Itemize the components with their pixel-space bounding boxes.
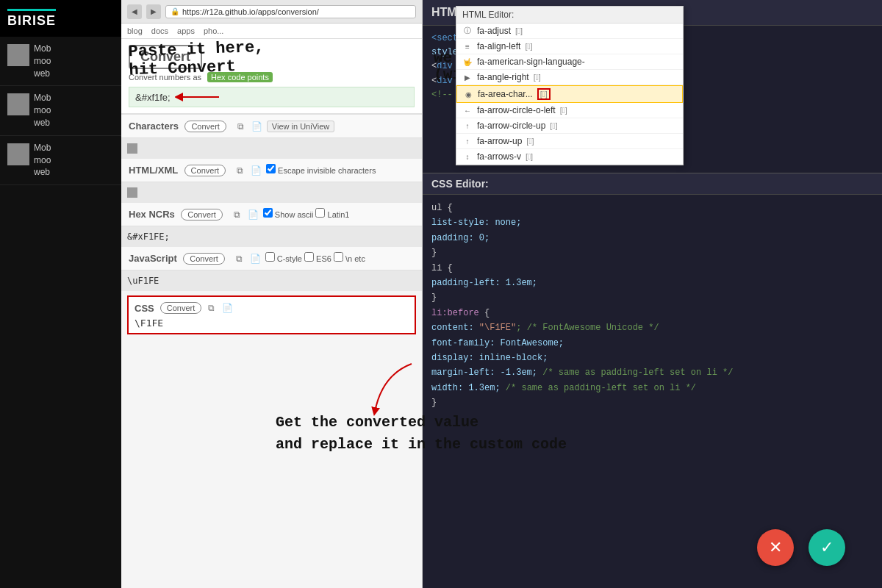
convert-options-row: Convert numbers as Hex code points: [129, 72, 415, 82]
dropdown-header: HTML Editor:: [456, 7, 683, 24]
css-copy-icon[interactable]: ⧉: [204, 301, 218, 315]
adjust-icon: ⓘ: [462, 26, 473, 36]
n-etc-checkbox[interactable]: [334, 252, 343, 262]
dropdown-item-name: fa-arrow-up: [477, 136, 522, 146]
html-xml-convert-btn[interactable]: Convert: [184, 165, 226, 176]
hex-show-ascii: Show ascii: [263, 210, 316, 219]
arrow-indicator: ←: [175, 90, 187, 104]
js-copy-icon[interactable]: ⧉: [232, 252, 245, 265]
sidebar-item-2[interactable]: Mobmooweb: [0, 86, 121, 135]
characters-title: Characters: [129, 121, 179, 132]
dropdown-item-fa-adjust[interactable]: ⓘ fa-adjust []: [456, 24, 683, 39]
html-grid-icon: [127, 187, 137, 198]
dropdown-item-code: []: [550, 121, 557, 130]
dropdown-item-name: fa-angle-right: [477, 72, 529, 82]
forward-button[interactable]: ▶: [146, 4, 161, 19]
nav-docs[interactable]: docs: [151, 26, 168, 35]
dropdown-item-fa-asl[interactable]: 🤟 fa-american-sign-language-: [456, 54, 683, 70]
view-in-uniview-btn[interactable]: View in UniView: [267, 121, 334, 132]
css-file-icon[interactable]: 📄: [220, 301, 234, 315]
javascript-value: \uF1FE: [127, 276, 159, 286]
js-n-etc: \n etc: [334, 254, 365, 263]
latin1-checkbox[interactable]: [315, 208, 325, 218]
asl-icon: 🤟: [462, 57, 473, 67]
file-icon[interactable]: 📄: [250, 120, 263, 133]
sidebar-header: BIRISE: [0, 0, 121, 37]
dropdown-item-code-highlighted: []: [537, 88, 551, 100]
javascript-section-header: JavaScript Convert ⧉ 📄 C-style ES6 \n et…: [121, 247, 422, 270]
sidebar-text-3: Mobmooweb: [34, 142, 51, 179]
characters-section-header: Characters Convert ⧉ 📄 View in UniView: [121, 115, 422, 138]
characters-content: [121, 138, 422, 159]
sidebar-text-1: Mobmooweb: [34, 43, 51, 79]
characters-convert-btn[interactable]: Convert: [184, 121, 226, 132]
back-button[interactable]: ◀: [127, 4, 142, 19]
nav-blog[interactable]: blog: [127, 26, 143, 35]
dropdown-item-fa-arrow-circle-up[interactable]: ↑ fa-arrow-circle-up []: [456, 118, 683, 134]
js-c-style: C-style: [265, 254, 304, 263]
browser-bar: ◀ ▶ 🔒 https://r12a.github.io/apps/conver…: [121, 0, 422, 24]
lock-icon: 🔒: [171, 7, 179, 15]
html-xml-title: HTML/XML: [129, 165, 178, 176]
html-copy-icon[interactable]: ⧉: [234, 164, 247, 177]
dropdown-item-code: []: [525, 42, 532, 51]
url-bar[interactable]: 🔒 https://r12a.github.io/apps/conversion…: [165, 5, 416, 18]
dropdown-item-fa-angle-right[interactable]: ▶ fa-angle-right []: [456, 70, 683, 85]
hex-copy-icon[interactable]: ⧉: [230, 208, 243, 221]
arrow-up-icon: ↑: [462, 136, 473, 146]
align-left-icon: ≡: [462, 41, 473, 51]
hex-ncrs-actions: ⧉ 📄: [230, 208, 259, 221]
convert-result-value: &#xf1fe;: [135, 92, 171, 103]
cancel-button[interactable]: ✕: [757, 529, 794, 566]
dropdown-item-fa-align-left[interactable]: ≡ fa-align-left []: [456, 39, 683, 54]
javascript-convert-btn[interactable]: Convert: [183, 253, 225, 265]
hex-ncrs-convert-btn[interactable]: Convert: [181, 209, 223, 220]
css-highlight-box: CSS Convert ⧉ 📄 \F1FE: [127, 295, 416, 334]
dropdown-item-fa-area-char[interactable]: ◉ fa-area-char... []: [456, 85, 683, 103]
sidebar-icon-3: [7, 143, 29, 165]
dropdown-overlay: HTML Editor: ⓘ fa-adjust [] ≡ fa-align-…: [456, 6, 684, 165]
nav-pho[interactable]: pho...: [204, 26, 224, 35]
dropdown-item-name: fa-adjust: [477, 26, 511, 36]
css-value: \F1FE: [135, 318, 409, 329]
arrow-circle-up-icon: ↑: [462, 121, 473, 131]
convert-button-main[interactable]: Convert: [129, 45, 202, 69]
css-section-header: CSS Convert ⧉ 📄: [135, 301, 409, 315]
dropdown-item-fa-arrow-circle-o-left[interactable]: ← fa-arrow-circle-o-left []: [456, 103, 683, 118]
dropdown-item-fa-arrows-v[interactable]: ↕ fa-arrows-v []: [456, 149, 683, 165]
escape-checkbox[interactable]: [266, 164, 276, 173]
html-xml-actions: ⧉ 📄: [234, 164, 263, 177]
dropdown-item-code: []: [534, 73, 541, 82]
hex-file-icon[interactable]: 📄: [246, 208, 259, 221]
sidebar-item-3[interactable]: Mobmooweb: [0, 136, 121, 185]
nav-apps[interactable]: apps: [177, 26, 195, 35]
copy-icon[interactable]: ⧉: [234, 120, 247, 133]
escape-option: Escape invisible characters: [266, 166, 376, 175]
url-text: https://r12a.github.io/apps/conversion/: [182, 7, 319, 16]
area-char-icon: ◉: [463, 89, 473, 99]
es6-checkbox[interactable]: [304, 252, 314, 262]
converter-panel: ◀ ▶ 🔒 https://r12a.github.io/apps/conver…: [121, 0, 423, 588]
css-convert-btn[interactable]: Convert: [160, 302, 202, 314]
hex-badge[interactable]: Hex code points: [207, 72, 273, 82]
sidebar: BIRISE Mobmooweb Mobmooweb Mobmooweb: [0, 0, 121, 588]
dropdown-item-code: []: [515, 26, 523, 35]
dropdown-item-name: fa-align-left: [477, 41, 520, 51]
html-file-icon[interactable]: 📄: [250, 164, 263, 177]
js-actions: ⧉ 📄: [232, 252, 262, 265]
hex-ncrs-title: Hex NCRs: [129, 209, 175, 220]
sidebar-item-1[interactable]: Mobmooweb: [0, 37, 121, 86]
c-style-checkbox[interactable]: [265, 252, 275, 262]
convert-numbers-label: Convert numbers as: [129, 73, 201, 82]
js-file-icon[interactable]: 📄: [248, 252, 262, 265]
arrows-v-icon: ↕: [462, 151, 473, 162]
dropdown-item-fa-arrow-up[interactable]: ↑ fa-arrow-up []: [456, 134, 683, 149]
show-ascii-checkbox[interactable]: [263, 208, 273, 218]
hex-ncrs-section-header: Hex NCRs Convert ⧉ 📄 Show ascii Latin1: [121, 203, 422, 226]
css-editor-content[interactable]: ul { list-style: none; padding: 0; } li …: [423, 195, 882, 452]
confirm-button[interactable]: ✓: [808, 529, 845, 566]
sidebar-text-2: Mobmooweb: [34, 92, 51, 129]
sidebar-icon-2: [7, 93, 29, 115]
dropdown-item-code: []: [526, 152, 533, 161]
site-nav: blog docs apps pho...: [121, 24, 422, 39]
